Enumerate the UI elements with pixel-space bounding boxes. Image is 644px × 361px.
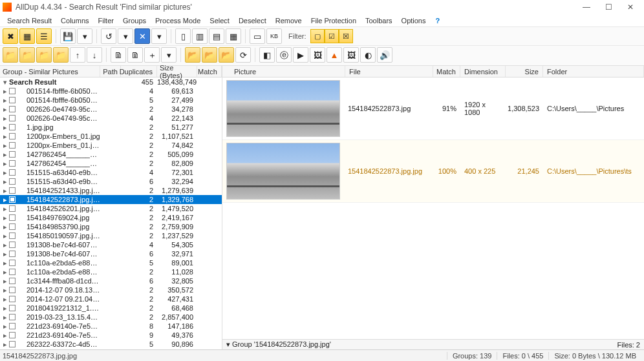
tree-row[interactable]: ▸221d23-69140e-7e5920-dc851f-bc8034.png8… xyxy=(0,322,222,331)
help-icon[interactable]: ? xyxy=(436,17,440,25)
checkbox[interactable] xyxy=(9,151,16,158)
menu-select[interactable]: Select xyxy=(205,15,234,26)
col-size[interactable]: Size (Bytes) xyxy=(157,66,197,77)
checkbox[interactable] xyxy=(9,214,16,221)
dcol-folder[interactable]: Folder xyxy=(543,66,644,77)
tree-row[interactable]: ▸1541842521433.jpg.jpg21,279,639 xyxy=(0,186,222,195)
tree-row[interactable]: ▸1200px-Embers_01.jpg.jpg274,842 xyxy=(0,141,222,150)
folder-2-icon[interactable]: 📁 xyxy=(19,47,35,63)
delete-icon[interactable]: ✖ xyxy=(3,28,18,44)
col-match[interactable]: Match xyxy=(197,66,222,77)
tree-row[interactable]: ▸1541842522873.jpg.jpg21,329,768 xyxy=(0,195,222,204)
checkbox[interactable] xyxy=(9,169,16,176)
dcol-match[interactable]: Match xyxy=(433,66,460,77)
menu-options[interactable]: Options xyxy=(397,15,431,26)
tree-row[interactable]: ▸1.jpg.jpg251,277 xyxy=(0,123,222,132)
replace-icon[interactable]: ↺ xyxy=(101,28,116,44)
checkbox[interactable] xyxy=(9,269,16,275)
caret-down-icon[interactable]: ▾ xyxy=(226,340,230,348)
tree-row[interactable]: ▸1541850190597.jpg.jpg21,237,529 xyxy=(0,231,222,240)
tree-row[interactable]: ▸1541849769024.jpg22,419,167 xyxy=(0,213,222,222)
image-view-icon[interactable]: ▦ xyxy=(19,28,35,44)
checkbox[interactable] xyxy=(9,97,16,103)
tree-row[interactable]: ▸191308-be7c4d-607744-d7af70-756d54.png4… xyxy=(0,240,222,249)
checkbox[interactable] xyxy=(9,323,16,329)
tree-row[interactable]: ▸1c3144-fffba08-d1cd6a-f42c04-0f1a20.png… xyxy=(0,276,222,285)
browser-icon[interactable]: ⓔ xyxy=(276,47,292,63)
wmp-icon[interactable]: ◐ xyxy=(360,47,376,63)
menu-toolbars[interactable]: Toolbars xyxy=(361,15,397,26)
detail-row[interactable]: 1541842522873.jpg91%1920 x 10801,308,523… xyxy=(222,77,644,140)
checkbox[interactable] xyxy=(9,223,16,230)
dcol-size[interactable]: Size xyxy=(506,66,543,77)
close-button[interactable]: ✕ xyxy=(619,0,641,14)
sound-icon[interactable]: 🔊 xyxy=(377,47,392,63)
menu-filter[interactable]: Filter xyxy=(94,15,118,26)
checkbox[interactable] xyxy=(9,305,16,311)
layout-1-icon[interactable]: ▯ xyxy=(175,28,191,44)
checkbox[interactable] xyxy=(9,115,16,121)
filter-seg-2[interactable]: ☑ xyxy=(325,29,339,43)
preview-icon[interactable]: ▭ xyxy=(250,28,265,44)
tree-row[interactable]: ▸1c110a-e2bda5-e8884c-9b4915-a5704f.png5… xyxy=(0,258,222,267)
layout-4-icon[interactable]: ▦ xyxy=(226,28,241,44)
detail-body[interactable]: 1541842522873.jpg91%1920 x 10801,308,523… xyxy=(222,77,644,339)
doc-dropdown-icon[interactable]: ▾ xyxy=(161,47,177,63)
list-view-icon[interactable]: ☰ xyxy=(36,28,52,44)
tree-row[interactable]: ▸001514-fbfffe-6b0504-a3320b-e6af2e.png4… xyxy=(0,87,222,96)
media-1-icon[interactable]: 🖼 xyxy=(310,47,325,63)
replace-dropdown-icon[interactable]: ▾ xyxy=(118,28,133,44)
checkbox[interactable] xyxy=(9,88,16,94)
checkbox[interactable] xyxy=(9,196,16,203)
doc-1-icon[interactable]: 🗎 xyxy=(111,47,126,63)
folder-o1-icon[interactable]: 📂 xyxy=(185,47,200,63)
tree-row[interactable]: ▸2019-03-23_13.15.42.jpg.jpg22,857,400 xyxy=(0,313,222,322)
tree-row[interactable]: ▸002626-0e4749-95c623-e55812-efe7da.png.… xyxy=(0,114,222,123)
tree-row[interactable]: ▸262322-63372c-4d5359-b23a48-ff715b.png5… xyxy=(0,340,222,349)
tree-row[interactable]: ▸151515-a63d40-e9b872-90a959-6494aa.png4… xyxy=(0,168,222,177)
tree-row[interactable]: ▸20180419221312_1.jpg.jpg268,468 xyxy=(0,304,222,313)
menu-remove[interactable]: Remove xyxy=(271,15,306,26)
save-icon[interactable]: 💾 xyxy=(60,28,76,44)
dcol-dimension[interactable]: Dimension xyxy=(460,66,506,77)
filter-seg-3[interactable]: ☒ xyxy=(339,29,353,43)
checkbox[interactable] xyxy=(9,133,16,139)
filter-seg-1[interactable]: ▢ xyxy=(310,29,325,43)
tree-row[interactable]: ▸1200px-Embers_01.jpg21,107,521 xyxy=(0,132,222,141)
checkbox[interactable] xyxy=(9,124,16,130)
folder-o3-icon[interactable]: 📂 xyxy=(219,47,234,63)
tree-row[interactable]: ▸2014-12-07 09.18.13.jpg.jpg2350,572 xyxy=(0,285,222,294)
tree-row[interactable]: ▸001514-fbfffe-6b0504-a3320b-e6af2e.png.… xyxy=(0,96,222,105)
doc-add-icon[interactable]: ＋ xyxy=(144,47,160,63)
checkbox[interactable] xyxy=(9,296,16,302)
tree-row[interactable]: ▸1541849853790.jpg22,759,909 xyxy=(0,222,222,231)
menu-columns[interactable]: Columns xyxy=(56,15,93,26)
tree-row[interactable]: ▸1427862454_________2xodzv.jpg2505,099 xyxy=(0,150,222,159)
tree-row[interactable]: ▸1541842526201.jpg.jpg21,479,520 xyxy=(0,204,222,213)
checkbox[interactable] xyxy=(9,341,16,347)
tree-row[interactable]: ▸2014-12-07 09.21.04.jpg.jpg2427,431 xyxy=(0,294,222,304)
checkbox[interactable] xyxy=(9,278,16,284)
tree-body[interactable]: ▾Search Result455138,438,749▸001514-fbff… xyxy=(0,77,222,349)
clear-dropdown-icon[interactable]: ▾ xyxy=(151,28,167,44)
tree-root[interactable]: ▾Search Result455138,438,749 xyxy=(0,77,222,87)
minimize-button[interactable]: — xyxy=(575,0,597,14)
folder-4-icon[interactable]: 📁 xyxy=(53,47,69,63)
dcol-picture[interactable]: Picture xyxy=(222,66,345,77)
dcol-file[interactable]: File xyxy=(345,66,433,77)
doc-2-icon[interactable]: 🗎 xyxy=(127,47,143,63)
menu-search-result[interactable]: Search Result xyxy=(3,15,56,26)
checkbox[interactable] xyxy=(9,106,16,112)
media-2-icon[interactable]: 🖼 xyxy=(343,47,359,63)
tree-row[interactable]: ▸1427862454_________2xodzv.jpg.jpg282,80… xyxy=(0,159,222,168)
checkbox[interactable] xyxy=(9,142,16,149)
folder-3-icon[interactable]: 📁 xyxy=(36,47,52,63)
checkbox[interactable] xyxy=(9,178,16,185)
checkbox[interactable] xyxy=(9,251,16,257)
vlc-icon[interactable]: ▲ xyxy=(327,47,342,63)
layout-2-icon[interactable]: ▥ xyxy=(192,28,208,44)
checkbox[interactable] xyxy=(9,160,16,167)
thumbnail[interactable] xyxy=(226,143,340,200)
col-path[interactable]: Path xyxy=(100,66,121,77)
tree-row[interactable]: ▸151515-a63d40-e9b872-90a959-6494aa.png.… xyxy=(0,177,222,186)
